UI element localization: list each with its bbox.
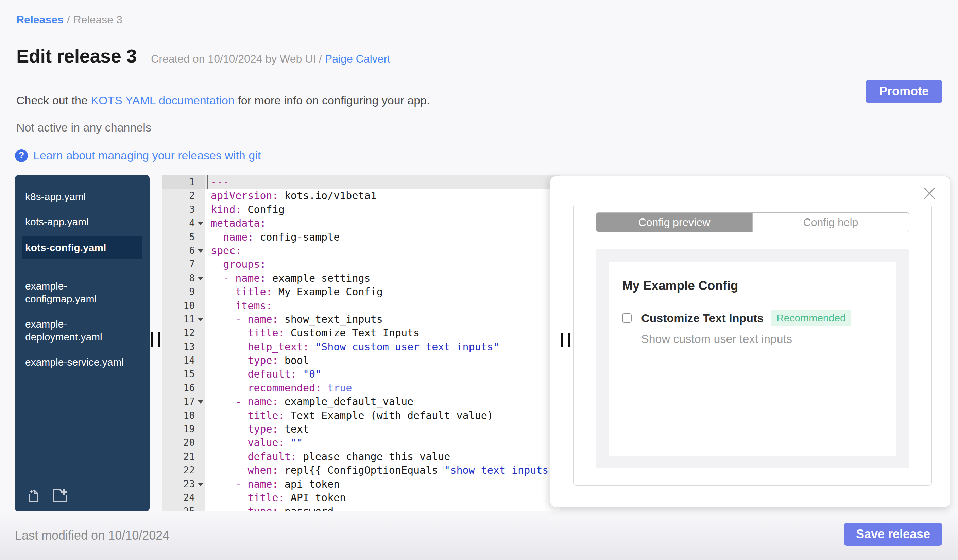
release-editor-page: Releases/Release 3 Edit release 3 Create… [0, 0, 958, 560]
yaml-code-editor[interactable]: 1---2apiVersion: kots.io/v1beta13kind: C… [162, 175, 560, 511]
file-name: example-deployment.yaml [25, 318, 135, 343]
created-author-link[interactable]: Paige Calvert [325, 53, 390, 65]
git-releases-link[interactable]: Learn about managing your releases with … [33, 149, 261, 162]
sidebar-file-example-deployment.yaml[interactable]: example-deployment.yaml [15, 312, 149, 349]
code-line-6[interactable]: 6spec: [162, 244, 560, 258]
code-line-text: - name: show_text_inputs [205, 313, 560, 326]
file-sidebar: k8s-app.yamlkots-app.yamlkots-config.yam… [15, 175, 149, 511]
fold-arrow-icon[interactable] [198, 400, 203, 404]
preview-inner-box: Config previewConfig help My Example Con… [573, 204, 932, 486]
code-line-text: spec: [205, 244, 560, 258]
code-line-text: apiVersion: kots.io/v1beta1 [205, 189, 560, 202]
code-line-22[interactable]: 22 when: repl{{ ConfigOptionEquals "show… [162, 464, 560, 477]
gutter-line-number: 9 [162, 285, 205, 299]
code-line-20[interactable]: 20 value: "" [162, 436, 560, 449]
config-item-row: Customize Text Inputs Recommended [622, 310, 896, 326]
code-line-text: title: Customize Text Inputs [205, 326, 560, 340]
page-title: Edit release 3 [16, 45, 136, 67]
code-line-text: title: API token [205, 491, 560, 505]
code-line-24[interactable]: 24 title: API token [162, 491, 560, 505]
code-line-9[interactable]: 9 title: My Example Config [162, 285, 560, 299]
code-line-12[interactable]: 12 title: Customize Text Inputs [162, 326, 560, 340]
code-line-17[interactable]: 17 - name: example_default_value [162, 395, 560, 408]
pane-resize-handle-left[interactable] [151, 332, 160, 346]
fold-arrow-icon[interactable] [198, 318, 203, 321]
code-line-text: recommended: true [205, 381, 560, 395]
code-line-25[interactable]: 25 type: password [162, 505, 560, 511]
fold-arrow-icon[interactable] [198, 222, 203, 225]
code-line-text: when: repl{{ ConfigOptionEquals "show_te… [205, 464, 560, 477]
code-line-text: kind: Config [205, 203, 560, 217]
sidebar-file-kots-app.yaml[interactable]: kots-app.yaml [15, 210, 149, 234]
sidebar-file-example-service.yaml[interactable]: example-service.yaml [15, 350, 149, 375]
code-line-text: type: text [205, 422, 560, 436]
tab-config-preview[interactable]: Config preview [596, 213, 752, 232]
docs-row: Check out the KOTS YAML documentation fo… [16, 94, 430, 107]
code-line-5[interactable]: 5 name: config-sample [162, 230, 560, 244]
sidebar-divider [22, 266, 142, 266]
config-group-title: My Example Config [609, 262, 896, 293]
code-line-10[interactable]: 10 items: [162, 299, 560, 313]
code-line-4[interactable]: 4metadata: [162, 217, 560, 230]
code-line-21[interactable]: 21 default: please change this value [162, 450, 560, 464]
kots-yaml-docs-link[interactable]: KOTS YAML documentation [91, 94, 235, 107]
main-editor-area: k8s-app.yamlkots-app.yamlkots-config.yam… [15, 175, 950, 511]
code-line-2[interactable]: 2apiVersion: kots.io/v1beta1 [162, 189, 560, 202]
file-name: kots-app.yaml [25, 215, 89, 228]
code-line-16[interactable]: 16 recommended: true [162, 381, 560, 395]
docs-suffix: for more info on configuring your app. [235, 94, 430, 107]
gutter-line-number: 10 [162, 299, 205, 313]
code-line-text: --- [205, 176, 560, 189]
sidebar-file-example-configmap.yaml[interactable]: example-configmap.yaml [15, 274, 149, 311]
code-line-text: help_text: "Show custom user text inputs… [205, 340, 560, 354]
gutter-line-number: 20 [162, 436, 205, 449]
gutter-line-number: 22 [162, 464, 205, 477]
code-line-3[interactable]: 3kind: Config [162, 203, 560, 217]
gutter-line-number: 1 [162, 176, 205, 189]
code-line-14[interactable]: 14 type: bool [162, 354, 560, 367]
code-line-text: - name: example_settings [205, 272, 560, 285]
pane-resize-handle-right[interactable] [561, 333, 571, 347]
file-name: example-configmap.yaml [25, 280, 135, 305]
gutter-line-number: 19 [162, 422, 205, 436]
close-preview-button[interactable] [923, 187, 936, 200]
code-line-8[interactable]: 8 - name: example_settings [162, 272, 560, 285]
fold-arrow-icon[interactable] [198, 483, 203, 486]
add-file-icon [25, 487, 41, 503]
code-line-text: name: config-sample [205, 230, 560, 244]
customize-text-inputs-checkbox[interactable] [622, 313, 632, 323]
code-line-15[interactable]: 15 default: "0" [162, 367, 560, 381]
code-line-1[interactable]: 1--- [162, 176, 560, 189]
fold-arrow-icon[interactable] [198, 250, 203, 253]
breadcrumb-releases-link[interactable]: Releases [16, 14, 63, 26]
code-line-7[interactable]: 7 groups: [162, 258, 560, 271]
config-card: My Example Config Customize Text Inputs … [609, 262, 896, 456]
code-line-19[interactable]: 19 type: text [162, 422, 560, 436]
save-release-button[interactable]: Save release [844, 523, 942, 546]
sidebar-file-kots-config.yaml[interactable]: kots-config.yaml [22, 236, 142, 259]
code-line-23[interactable]: 23 - name: api_token [162, 478, 560, 491]
code-line-text: metadata: [205, 217, 560, 230]
promote-button[interactable]: Promote [866, 80, 942, 103]
code-lines: 1---2apiVersion: kots.io/v1beta13kind: C… [162, 176, 560, 511]
config-item-label: Customize Text Inputs [641, 312, 763, 325]
code-line-18[interactable]: 18 title: Text Example (with default val… [162, 409, 560, 422]
docs-prefix: Check out the [16, 94, 91, 107]
channel-status: Not active in any channels [16, 121, 151, 134]
title-row: Edit release 3 Created on 10/10/2024 by … [16, 45, 390, 67]
config-preview-panel: Config previewConfig help My Example Con… [550, 176, 950, 507]
gutter-line-number: 5 [162, 230, 205, 244]
tab-config-help[interactable]: Config help [752, 213, 909, 232]
code-line-11[interactable]: 11 - name: show_text_inputs [162, 313, 560, 326]
add-folder-button[interactable] [51, 487, 69, 503]
gutter-line-number: 25 [162, 505, 205, 511]
code-line-text: - name: example_default_value [205, 395, 560, 408]
config-item-help-text: Show custom user text inputs [641, 332, 896, 346]
code-line-13[interactable]: 13 help_text: "Show custom user text inp… [162, 340, 560, 354]
gutter-line-number: 18 [162, 409, 205, 422]
sidebar-file-k8s-app.yaml[interactable]: k8s-app.yaml [15, 185, 149, 209]
close-icon [923, 187, 936, 200]
fold-arrow-icon[interactable] [198, 277, 203, 280]
recommended-badge: Recommended [771, 310, 851, 326]
add-file-button[interactable] [25, 487, 41, 503]
